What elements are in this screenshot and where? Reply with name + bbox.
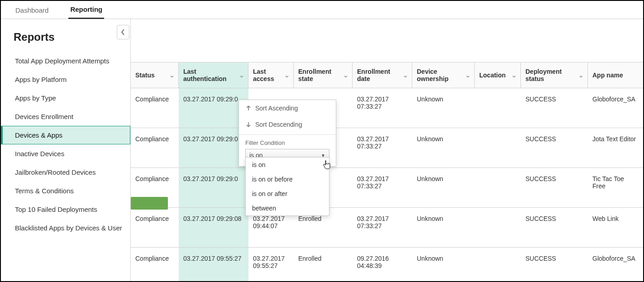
- cell-last-authentication: 03.27.2017 09:29:08: [179, 208, 248, 247]
- col-header-label: Last authentication: [183, 68, 239, 82]
- arrow-up-icon: [245, 105, 252, 111]
- col-header-label: Enrollment date: [357, 68, 403, 82]
- arrow-down-icon: [245, 121, 252, 128]
- cell-enrollment-date: 03.27.2017 07:33:27: [353, 168, 412, 207]
- table-row: Compliance 03.27.2017 09:55:27 03.27.201…: [131, 248, 643, 281]
- tab-reporting[interactable]: Reporting: [68, 1, 104, 19]
- cell-enrollment-date: 03.27.2017 07:33:27: [353, 88, 412, 128]
- cell-deployment-status: SUCCESS: [521, 168, 588, 207]
- cell-deployment-status: SUCCESS: [521, 208, 588, 247]
- sidebar-item-apps-by-type[interactable]: Apps by Type: [1, 89, 130, 107]
- sort-ascending-item[interactable]: Sort Ascending: [239, 100, 336, 116]
- sidebar-item-devices-and-apps[interactable]: Devices & Apps: [1, 126, 130, 144]
- collapse-sidebar-button[interactable]: [117, 25, 129, 39]
- cell-last-authentication: 03.27.2017 09:29:0: [179, 88, 248, 128]
- cell-last-authentication: 03.27.2017 09:29:0: [179, 168, 248, 207]
- col-header-label: Deployment status: [525, 68, 578, 82]
- table-row: Compliance 03.27.2017 09:29:0 03.27.2017…: [131, 168, 643, 208]
- cell-device-ownership: Unknown: [412, 168, 475, 207]
- chevron-down-icon: ⌄: [403, 72, 408, 79]
- chevron-down-icon: ⌄: [511, 72, 517, 79]
- cell-enrollment-state: Enrolled: [294, 248, 353, 281]
- cell-enrollment-date: 09.27.2016 04:48:39: [353, 248, 412, 281]
- cell-deployment-status: SUCCESS: [521, 248, 588, 281]
- col-header-label: App name: [592, 72, 623, 79]
- chevron-down-icon: ⌄: [578, 72, 584, 79]
- sidebar-item-inactive-devices[interactable]: Inactive Devices: [1, 144, 130, 163]
- col-header-label: Location: [479, 72, 506, 79]
- chevron-left-icon: [120, 29, 126, 35]
- col-header-deployment-status[interactable]: Deployment status⌄: [521, 62, 588, 88]
- sidebar-item-jailbroken-rooted-devices[interactable]: Jailbroken/Rooted Devices: [1, 163, 130, 182]
- chevron-down-icon: ⌄: [343, 72, 348, 79]
- main-panel: Status⌄ Last authentication⌄ Last access…: [130, 19, 643, 281]
- sidebar-item-apps-by-platform[interactable]: Apps by Platform: [1, 70, 130, 89]
- cell-device-ownership: Unknown: [412, 88, 475, 128]
- col-header-label: Device ownership: [417, 68, 465, 82]
- cell-app-name: Web Link: [588, 208, 641, 247]
- cell-app-name: Jota Text Editor: [588, 128, 641, 167]
- cell-location: [475, 88, 521, 128]
- cell-last-authentication: 03.27.2017 09:29:0: [179, 128, 248, 167]
- tab-dashboard[interactable]: Dashboard: [14, 2, 50, 19]
- filter-option-is-on-or-after[interactable]: is on or after: [246, 186, 329, 201]
- cell-status: Compliance: [131, 88, 179, 128]
- table-body: Compliance 03.27.2017 09:29:0 03.27.2017…: [131, 88, 643, 281]
- table-row: Compliance 03.27.2017 09:29:0 03.27.2017…: [131, 88, 643, 128]
- filter-condition-label: Filter Condition: [239, 135, 336, 149]
- cell-location: [475, 168, 521, 207]
- col-header-last-authentication[interactable]: Last authentication⌄: [179, 62, 248, 88]
- cell-deployment-status: SUCCESS: [521, 88, 588, 128]
- cell-enrollment-date: 03.27.2017 07:33:27: [353, 128, 412, 167]
- cell-location: [475, 208, 521, 247]
- column-filter-popup: Sort Ascending Sort Descending Filter Co…: [239, 100, 336, 167]
- sidebar-item-devices-enrollment[interactable]: Devices Enrollment: [1, 107, 130, 126]
- col-header-enrollment-state[interactable]: Enrollment state⌄: [294, 62, 353, 88]
- sort-descending-item[interactable]: Sort Descending: [239, 116, 336, 133]
- col-header-last-access[interactable]: Last access⌄: [248, 62, 294, 88]
- filter-condition-dropdown: is on is on or before is on or after bet…: [245, 157, 329, 216]
- cell-device-ownership: Unknown: [412, 248, 475, 281]
- sidebar-item-top-10-failed-deployments[interactable]: Top 10 Failed Deployments: [1, 200, 130, 219]
- cell-app-name: Tic Tac Toe Free: [588, 168, 641, 207]
- col-header-device-ownership[interactable]: Device ownership⌄: [412, 62, 475, 88]
- filter-option-is-on[interactable]: is on: [246, 158, 329, 172]
- chevron-down-icon: ⌄: [465, 72, 471, 79]
- cell-app-name: Globoforce_SA: [588, 88, 641, 128]
- table-row: Compliance 03.27.2017 09:29:08 03.27.201…: [131, 208, 643, 248]
- sidebar-item-total-app-deployment-attempts[interactable]: Total App Deployment Attempts: [1, 52, 130, 70]
- sort-descending-label: Sort Descending: [255, 121, 302, 128]
- sidebar-item-blacklisted-apps[interactable]: Blacklisted Apps by Devices & User: [1, 219, 130, 237]
- cell-deployment-status: SUCCESS: [521, 128, 588, 167]
- sort-ascending-label: Sort Ascending: [255, 105, 298, 112]
- col-header-app-name[interactable]: App name: [588, 62, 641, 88]
- cell-status: Compliance: [131, 248, 179, 281]
- filter-option-between[interactable]: between: [246, 201, 329, 215]
- cell-enrollment-date: 03.27.2017 07:33:27: [353, 208, 412, 247]
- cell-status: Compliance: [131, 208, 179, 247]
- table-header-row: Status⌄ Last authentication⌄ Last access…: [131, 62, 643, 88]
- col-header-status[interactable]: Status⌄: [131, 62, 179, 88]
- sidebar-item-terms-and-conditions[interactable]: Terms & Conditions: [1, 182, 130, 200]
- sidebar: Reports Total App Deployment Attempts Ap…: [1, 19, 130, 281]
- col-header-label: Status: [135, 72, 155, 79]
- cell-location: [475, 128, 521, 167]
- chevron-down-icon: ⌄: [239, 72, 244, 79]
- table-row: Compliance 03.27.2017 09:29:0 03.27.2017…: [131, 128, 643, 168]
- cell-device-ownership: Unknown: [412, 128, 475, 167]
- filter-option-is-on-or-before[interactable]: is on or before: [246, 172, 329, 186]
- cell-last-access: 03.27.2017 09:55:27: [248, 248, 294, 281]
- chevron-down-icon: ⌄: [169, 72, 175, 79]
- col-header-location[interactable]: Location⌄: [475, 62, 521, 88]
- cell-status: Compliance: [131, 128, 179, 167]
- cell-last-authentication: 03.27.2017 09:55:27: [179, 248, 248, 281]
- col-header-label: Last access: [253, 68, 284, 82]
- col-header-enrollment-date[interactable]: Enrollment date⌄: [353, 62, 412, 88]
- cell-device-ownership: Unknown: [412, 208, 475, 247]
- cell-location: [475, 248, 521, 281]
- report-table: Status⌄ Last authentication⌄ Last access…: [131, 62, 643, 281]
- sidebar-title: Reports: [1, 31, 130, 52]
- top-tabs: Dashboard Reporting: [1, 1, 643, 19]
- apply-filter-button[interactable]: [131, 197, 168, 210]
- chevron-down-icon: ⌄: [284, 72, 290, 79]
